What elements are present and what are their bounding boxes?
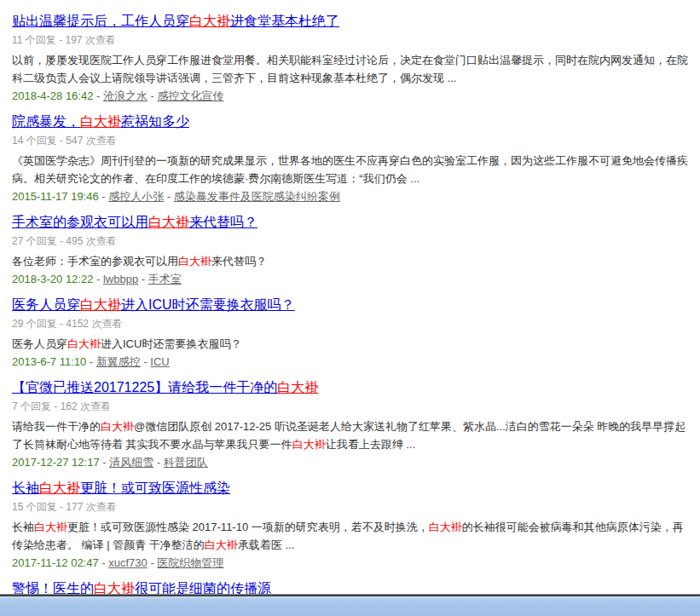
separator-dash: - xyxy=(93,273,103,285)
text-segment: 承载着医 ... xyxy=(238,538,294,551)
result-forum-link[interactable]: 感染暴发事件及医院感染纠纷案例 xyxy=(174,190,340,203)
result-reply-view-count: 27 个回复 - 495 次查看 xyxy=(12,235,691,247)
result-title: 医务人员穿白大褂进入ICU时还需要换衣服吗？ xyxy=(12,296,691,314)
result-title: 贴出温馨提示后，工作人员穿白大褂进食堂基本杜绝了 xyxy=(12,13,691,30)
highlight-keyword: 白大褂 xyxy=(39,481,80,495)
result-title-link[interactable]: 手术室的参观衣可以用白大褂来代替吗？ xyxy=(12,215,257,229)
highlight-keyword: 白大褂 xyxy=(178,255,211,268)
result-snippet: 《英国医学杂志》周刊刊登的一项新的研究成果显示，世界各地的医生不应再穿白色的实验… xyxy=(12,152,691,187)
result-author-link[interactable]: 新翼感控 xyxy=(96,355,141,368)
text-segment: 进入ICU时还需要换衣服吗？ xyxy=(101,337,241,350)
result-author-link[interactable]: lwbbpp xyxy=(103,273,138,285)
text-segment: 进食堂基本杜绝了 xyxy=(230,14,339,28)
result-title-link[interactable]: 贴出温馨提示后，工作人员穿白大褂进食堂基本杜绝了 xyxy=(12,14,339,28)
text-segment: 院感暴发， xyxy=(12,114,80,129)
text-segment: 长袖 xyxy=(12,521,34,533)
separator-dash: - xyxy=(138,273,148,285)
result-footer: 2018-3-20 12:22 - lwbbpp - 手术室 xyxy=(12,272,691,287)
search-results-list: 贴出温馨提示后，工作人员穿白大褂进食堂基本杜绝了 11 个回复 - 197 次查… xyxy=(12,13,691,597)
text-segment: 以前，屡屡发现医院工作人员穿工作服进食堂用餐。相关职能科室经过讨论后，决定在食堂… xyxy=(12,54,688,84)
highlight-keyword: 白大褂 xyxy=(429,521,462,533)
result-forum-link[interactable]: 手术室 xyxy=(148,273,182,285)
result-snippet: 医务人员穿白大褂进入ICU时还需要换衣服吗？ xyxy=(12,335,691,353)
text-segment: 医务人员穿 xyxy=(12,337,67,350)
window-glass-bar xyxy=(0,596,700,616)
separator-dash: - xyxy=(99,556,109,569)
result-forum-link[interactable]: 科普团队 xyxy=(164,456,208,469)
result-title-link[interactable]: 【官微已推送20171225】请给我一件干净的白大褂 xyxy=(12,380,318,394)
result-date: 2015-11-17 19:46 xyxy=(12,190,99,203)
result-forum-link[interactable]: 感控文化宣传 xyxy=(158,89,224,102)
text-segment: 贴出温馨提示后，工作人员穿 xyxy=(12,14,189,28)
separator-dash: - xyxy=(148,556,158,569)
highlight-keyword: 白大褂 xyxy=(277,380,318,394)
result-date: 2017-11-12 02:47 xyxy=(12,556,99,569)
result-author-link[interactable]: 清风细雪 xyxy=(109,456,153,469)
separator-dash: - xyxy=(148,89,158,102)
separator-dash: - xyxy=(93,89,103,102)
result-title: 院感暴发，白大褂惹祸知多少 xyxy=(12,113,691,130)
highlight-keyword: 白大褂 xyxy=(205,538,238,551)
text-segment: 请给我一件干净的 xyxy=(12,420,101,433)
highlight-keyword: 白大褂 xyxy=(80,297,121,312)
text-segment: 手术室的参观衣可以用 xyxy=(12,215,148,229)
search-result-item: 贴出温馨提示后，工作人员穿白大褂进食堂基本杜绝了 11 个回复 - 197 次查… xyxy=(12,13,691,104)
result-reply-view-count: 7 个回复 - 162 次查看 xyxy=(12,400,691,412)
text-segment: 更脏！或可致医源性感染 2017-11-10 一项新的研究表明，若不及时换洗， xyxy=(67,521,429,533)
result-snippet: 长袖白大褂更脏！或可致医源性感染 2017-11-10 一项新的研究表明，若不及… xyxy=(12,518,691,554)
highlight-keyword: 白大褂 xyxy=(148,215,189,229)
result-footer: 2017-11-12 02:47 - xucf730 - 医院织物管理 xyxy=(12,556,691,571)
result-title-link[interactable]: 医务人员穿白大褂进入ICU时还需要换衣服吗？ xyxy=(12,297,295,312)
result-footer: 2017-12-27 12:17 - 清风细雪 - 科普团队 xyxy=(12,455,691,470)
text-segment: 让我看上去跟绅 ... xyxy=(326,438,415,451)
search-result-item: 院感暴发，白大褂惹祸知多少 14 个回复 - 547 次查看 《英国医学杂志》周… xyxy=(12,113,691,204)
text-segment: 更脏！或可致医源性感染 xyxy=(80,481,230,495)
result-snippet: 各位老师：手术室的参观衣可以用白大褂来代替吗？ xyxy=(12,252,691,270)
result-author-link[interactable]: xucf730 xyxy=(108,556,148,569)
text-segment: 进入ICU时还需要换衣服吗？ xyxy=(121,297,295,312)
separator-dash: - xyxy=(100,456,110,469)
result-reply-view-count: 14 个回复 - 547 次查看 xyxy=(12,135,691,147)
separator-dash: - xyxy=(153,456,164,469)
result-date: 2018-3-20 12:22 xyxy=(12,273,93,285)
separator-dash: - xyxy=(141,355,151,368)
text-segment: 《英国医学杂志》周刊刊登的一项新的研究成果显示，世界各地的医生不应再穿白色的实验… xyxy=(12,154,688,185)
result-title-link[interactable]: 长袖白大褂更脏！或可致医源性感染 xyxy=(12,481,230,495)
result-author-link[interactable]: 感控人小张 xyxy=(108,190,164,203)
result-forum-link[interactable]: 医院织物管理 xyxy=(157,556,223,569)
result-date: 2013-6-7 11:10 xyxy=(12,355,86,368)
highlight-keyword: 白大褂 xyxy=(67,337,101,350)
text-segment: 【官微已推送20171225】请给我一件干净的 xyxy=(12,380,277,394)
separator-dash: - xyxy=(164,190,174,203)
text-segment: 惹祸知多少 xyxy=(121,114,189,129)
separator-dash: - xyxy=(99,190,109,203)
result-footer: 2015-11-17 19:46 - 感控人小张 - 感染暴发事件及医院感染纠纷… xyxy=(12,189,691,204)
result-date: 2017-12-27 12:17 xyxy=(12,456,100,469)
search-result-item: 手术室的参观衣可以用白大褂来代替吗？ 27 个回复 - 495 次查看 各位老师… xyxy=(12,214,691,287)
highlight-keyword: 白大褂 xyxy=(292,438,326,451)
result-reply-view-count: 15 个回复 - 177 次查看 xyxy=(12,501,691,513)
result-reply-view-count: 11 个回复 - 197 次查看 xyxy=(12,34,691,46)
text-segment: 医务人员穿 xyxy=(12,297,80,312)
separator-dash: - xyxy=(86,355,96,368)
highlight-keyword: 白大褂 xyxy=(101,420,134,433)
result-forum-link[interactable]: ICU xyxy=(150,355,169,368)
search-result-item: 【官微已推送20171225】请给我一件干净的白大褂 7 个回复 - 162 次… xyxy=(12,379,691,470)
search-result-item: 医务人员穿白大褂进入ICU时还需要换衣服吗？ 29 个回复 - 4152 次查看… xyxy=(12,296,691,370)
text-segment: 各位老师：手术室的参观衣可以用 xyxy=(12,255,178,268)
search-result-item: 长袖白大褂更脏！或可致医源性感染 15 个回复 - 177 次查看 长袖白大褂更… xyxy=(12,480,691,571)
result-snippet: 以前，屡屡发现医院工作人员穿工作服进食堂用餐。相关职能科室经过讨论后，决定在食堂… xyxy=(12,51,691,87)
text-segment: 来代替吗？ xyxy=(211,255,267,268)
result-author-link[interactable]: 沧浪之水 xyxy=(103,89,148,102)
highlight-keyword: 白大褂 xyxy=(189,14,230,28)
result-date: 2018-4-28 16:42 xyxy=(12,89,93,102)
highlight-keyword: 白大褂 xyxy=(34,521,67,533)
text-segment: 长袖 xyxy=(12,481,39,495)
result-snippet: 请给我一件干净的白大褂@微信团队原创 2017-12-25 听说圣诞老人给大家送… xyxy=(12,417,691,453)
highlight-keyword: 白大褂 xyxy=(80,114,121,129)
window-bottom-edge xyxy=(0,594,700,616)
result-title-link[interactable]: 院感暴发，白大褂惹祸知多少 xyxy=(12,114,189,129)
result-footer: 2013-6-7 11:10 - 新翼感控 - ICU xyxy=(12,354,691,370)
result-title: 【官微已推送20171225】请给我一件干净的白大褂 xyxy=(12,379,691,396)
result-reply-view-count: 29 个回复 - 4152 次查看 xyxy=(12,318,691,330)
